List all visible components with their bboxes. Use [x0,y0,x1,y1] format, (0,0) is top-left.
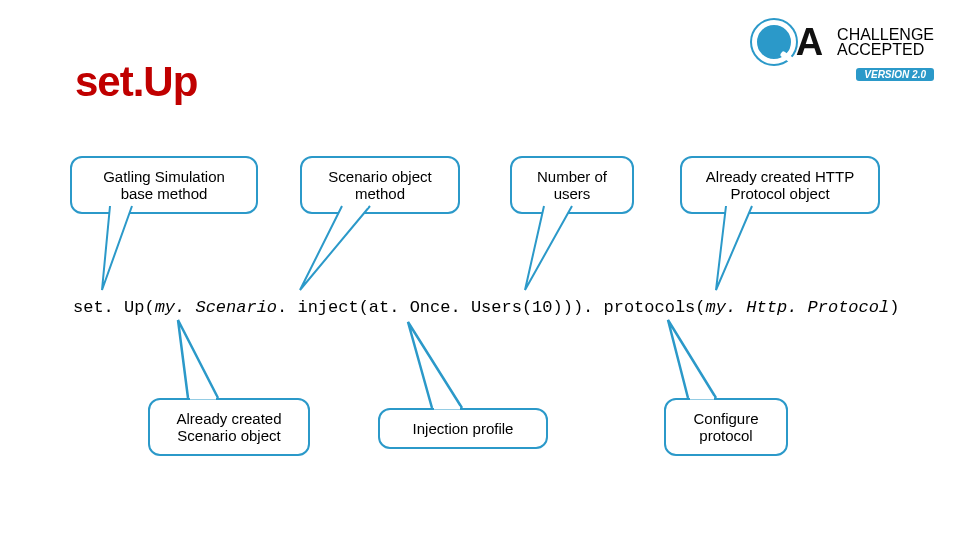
code-line: set. Up(my. Scenario. inject(at. Once. U… [73,298,899,317]
callout-text: Number of users [537,168,607,202]
callout-injection-profile: Injection profile [378,408,548,449]
logo-accepted: ACCEPTED [837,42,934,57]
callout-text: Already created Scenario object [176,410,281,444]
callout-text: Configure protocol [693,410,758,444]
logo-challenge: CHALLENGE [837,27,934,42]
callout-text: Gatling Simulation base method [103,168,225,202]
callout-scenario-object: Already created Scenario object [148,398,310,456]
callout-text: Scenario object method [328,168,431,202]
code-scenario-var: my. Scenario [155,298,277,317]
callout-scenario-object-method: Scenario object method [300,156,460,214]
callout-http-protocol-object: Already created HTTP Protocol object [680,156,880,214]
callout-text: Injection profile [413,420,514,437]
logo-a-letter: A [796,21,823,64]
callout-text: Already created HTTP Protocol object [706,168,854,202]
callout-gatling-base-method: Gatling Simulation base method [70,156,258,214]
code-protocol-var: my. Http. Protocol [706,298,890,317]
slide: set.Up A CHALLENGE ACCEPTED VERSION 2.0 … [0,0,960,540]
event-logo: A CHALLENGE ACCEPTED VERSION 2.0 [750,18,934,81]
logo-version-badge: VERSION 2.0 [856,68,934,81]
logo-q-icon [750,18,798,66]
code-inject: . inject(at. Once. Users(10))). protocol… [277,298,705,317]
logo-text: CHALLENGE ACCEPTED [837,27,934,57]
code-setup: set. Up( [73,298,155,317]
callout-configure-protocol: Configure protocol [664,398,788,456]
slide-title: set.Up [75,58,197,106]
callout-number-of-users: Number of users [510,156,634,214]
code-close: ) [889,298,899,317]
logo-mark-row: A CHALLENGE ACCEPTED [750,18,934,66]
